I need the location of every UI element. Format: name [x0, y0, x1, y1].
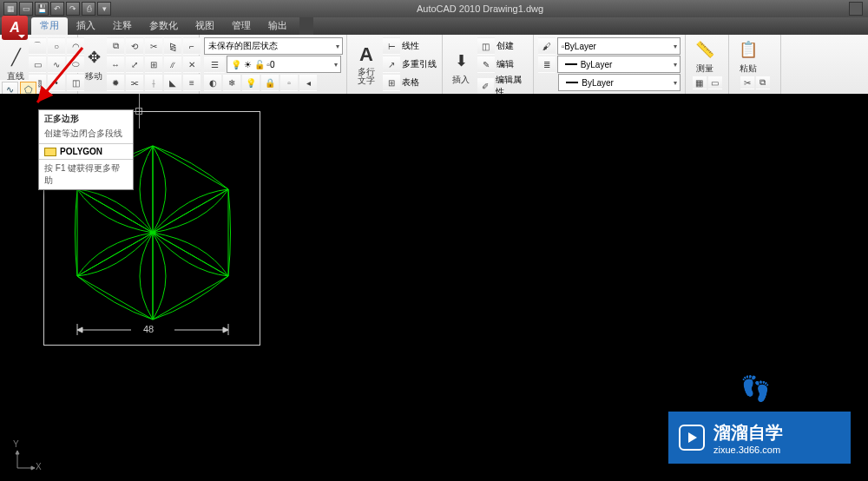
tooltip-title: 正多边形 — [39, 110, 133, 128]
explode-icon[interactable]: ✹ — [107, 74, 124, 91]
break-icon[interactable]: ⟊ — [145, 74, 162, 91]
svg-line-8 — [153, 233, 228, 276]
tab-annotate[interactable]: 注释 — [104, 17, 141, 35]
block-attr-icon[interactable]: ✐ — [477, 77, 494, 95]
stretch-icon[interactable]: ↔ — [107, 56, 124, 73]
paste-label: 粘贴 — [740, 63, 757, 75]
svg-line-7 — [77, 233, 153, 276]
array-icon[interactable]: ⊞ — [145, 56, 162, 73]
layer-freeze-icon[interactable]: ❄ — [223, 74, 240, 91]
dimension-value: 48 — [143, 324, 154, 334]
mtext-label: 多行 文字 — [358, 68, 375, 85]
layer-off-icon[interactable]: 💡 — [242, 74, 260, 91]
measure-icon: 📏 — [694, 38, 716, 61]
qat-print-icon[interactable]: ⎙ — [82, 2, 95, 16]
color-dropdown[interactable]: ▫ ByLayer — [557, 37, 681, 55]
rotate-icon[interactable]: ⟲ — [126, 37, 143, 55]
text-icon: A — [355, 43, 378, 66]
qat-dropdown-icon[interactable]: ▾ — [97, 2, 111, 16]
insert-block-tool[interactable]: ⬇ 插入 — [447, 49, 476, 87]
footprint-decoration: 👣 — [740, 374, 764, 403]
table-icon[interactable]: ⊞ — [383, 74, 400, 91]
line-tool[interactable]: ╱ 直线 — [4, 45, 27, 83]
paste-icon: 📋 — [737, 38, 760, 61]
align-icon[interactable]: ≡ — [183, 74, 201, 91]
measure-label: 测量 — [696, 63, 713, 75]
title-bar: ▦ ▭ 💾 ↶ ↷ ⎙ ▾ AutoCAD 2010 Drawing1.dwg — [0, 0, 868, 17]
mtext-tool[interactable]: A 多行 文字 — [352, 45, 381, 83]
erase-icon[interactable]: ✕ — [183, 56, 201, 73]
copy-clip-icon[interactable]: ⧉ — [756, 76, 770, 89]
polygon-tooltip: 正多边形 创建等边闭合多段线 POLYGON 按 F1 键获得更多帮助 — [38, 109, 134, 190]
tab-view[interactable]: 视图 — [187, 17, 223, 35]
tooltip-help: 按 F1 键获得更多帮助 — [39, 160, 133, 189]
list-icon[interactable]: ≣ — [538, 56, 556, 73]
lineweight-dropdown[interactable]: ByLayer — [557, 56, 681, 73]
select-icon[interactable]: ▭ — [708, 76, 722, 89]
chamfer-icon[interactable]: ◣ — [164, 74, 181, 91]
trim-icon[interactable]: ✂ — [145, 37, 162, 55]
insert-label: 插入 — [452, 74, 470, 86]
linetype-dropdown[interactable]: ByLayer — [558, 74, 681, 91]
window-title: AutoCAD 2010 Drawing1.dwg — [111, 3, 849, 14]
dim-linear-icon[interactable]: ⊢ — [383, 37, 400, 55]
mirror-icon[interactable]: ⧎ — [164, 37, 181, 55]
layer-current-dropdown[interactable]: 💡 ☀ 🔓 ▫ 0 — [227, 56, 341, 73]
tooltip-desc: 创建等边闭合多段线 — [39, 128, 133, 143]
search-icon[interactable] — [849, 2, 863, 16]
tab-expand-icon[interactable] — [299, 17, 313, 35]
watermark-brand: 溜溜自学 — [713, 421, 783, 445]
tab-parametric[interactable]: 参数化 — [141, 17, 187, 35]
calc-icon[interactable]: ▦ — [693, 76, 707, 89]
annotation-arrow — [30, 43, 91, 113]
scale-icon[interactable]: ⤢ — [126, 56, 143, 73]
ribbon: ╱ 直线 ⌒ ○ ◠ ▭ ∿ ⬭ ▨ • ◫ — [0, 35, 868, 102]
offset-icon[interactable]: ⫽ — [164, 56, 181, 73]
cut-icon[interactable]: ✂ — [740, 76, 754, 89]
qat-save-icon[interactable]: 💾 — [35, 2, 49, 16]
tab-output[interactable]: 输出 — [260, 17, 296, 35]
qat-open-icon[interactable]: ▭ — [19, 2, 33, 16]
tab-manage[interactable]: 管理 — [223, 17, 260, 35]
layer-match-icon[interactable]: ▫ — [280, 74, 298, 91]
block-edit-icon[interactable]: ✎ — [477, 56, 495, 73]
match-props-icon[interactable]: 🖌 — [538, 37, 556, 55]
layer-state-dropdown[interactable]: 未保存的图层状态 — [204, 37, 343, 55]
paste-tool[interactable]: 📋 粘贴 — [733, 37, 763, 76]
svg-line-5 — [77, 189, 153, 233]
watermark-play-icon — [679, 425, 705, 451]
tooltip-command: POLYGON — [60, 147, 102, 156]
layer-lock-icon[interactable]: 🔒 — [261, 74, 279, 91]
block-create-icon[interactable]: ◫ — [477, 37, 495, 55]
mleader-icon[interactable]: ↗ — [383, 56, 400, 73]
copy-icon[interactable]: ⧉ — [107, 37, 124, 55]
tooltip-cmd-icon — [44, 148, 56, 156]
tab-home[interactable]: 常用 — [31, 17, 68, 35]
layer-iso-icon[interactable]: ◐ — [204, 74, 221, 91]
measure-tool[interactable]: 📏 测量 — [690, 37, 720, 76]
svg-line-0 — [37, 48, 82, 102]
qat-redo-icon[interactable]: ↷ — [66, 2, 80, 16]
app-menu-button[interactable]: A — [2, 16, 28, 40]
watermark-url: zixue.3d66.com — [713, 445, 783, 455]
layer-prev-icon[interactable]: ◂ — [299, 74, 317, 91]
qat-new-icon[interactable]: ▦ — [3, 2, 17, 16]
layer-props-icon[interactable]: ☰ — [204, 56, 225, 73]
ribbon-tabs: 常用 插入 注释 参数化 视图 管理 输出 — [0, 17, 868, 35]
line-icon: ╱ — [4, 46, 27, 69]
tab-insert[interactable]: 插入 — [68, 17, 104, 35]
insert-block-icon: ⬇ — [450, 49, 472, 72]
svg-line-6 — [153, 189, 228, 233]
qat-undo-icon[interactable]: ↶ — [50, 2, 64, 16]
fillet-icon[interactable]: ⌐ — [183, 37, 201, 55]
join-icon[interactable]: ⫘ — [126, 74, 143, 91]
ucs-icon: X Y — [13, 446, 39, 474]
watermark: 溜溜自学 zixue.3d66.com — [668, 412, 851, 464]
